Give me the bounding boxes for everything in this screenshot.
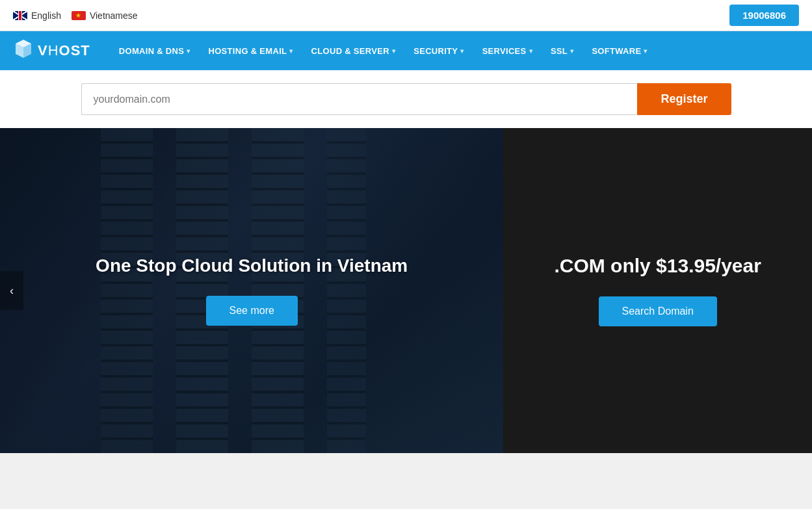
vn-flag-icon <box>72 11 86 20</box>
search-section: Register <box>0 70 812 128</box>
logo-text: vHOST <box>38 42 90 59</box>
hero-section: ‹ One Stop Cloud Solution in Vietnam See… <box>0 128 812 453</box>
nav-item-software[interactable]: SOFTWARE ▾ <box>583 31 656 70</box>
register-button[interactable]: Register <box>637 83 731 115</box>
logo[interactable]: vHOST <box>13 38 90 64</box>
chevron-down-icon: ▾ <box>460 47 464 55</box>
chevron-down-icon: ▾ <box>187 47 190 55</box>
vietnamese-lang-option[interactable]: Vietnamese <box>72 10 138 21</box>
chevron-down-icon: ▾ <box>392 47 395 55</box>
chevron-down-icon: ▾ <box>289 47 293 55</box>
hero-left-panel: ‹ One Stop Cloud Solution in Vietnam See… <box>0 128 503 453</box>
nav-item-security[interactable]: SECURITY ▾ <box>404 31 473 70</box>
nav-item-cloud-server[interactable]: CLOUD & SERVER ▾ <box>302 31 405 70</box>
hero-right-panel: .COM only $13.95/year Search Domain <box>503 128 812 453</box>
main-navbar: vHOST DOMAIN & DNS ▾ HOSTING & EMAIL ▾ C… <box>0 31 812 70</box>
scroll-left-arrow[interactable]: ‹ <box>0 271 23 310</box>
search-domain-button[interactable]: Search Domain <box>599 296 717 326</box>
hero-right-title: .COM only $13.95/year <box>554 255 761 277</box>
nav-item-hosting-email[interactable]: HOSTING & EMAIL ▾ <box>200 31 302 70</box>
english-lang-option[interactable]: English <box>13 10 61 21</box>
chevron-down-icon: ▾ <box>570 47 573 55</box>
nav-menu: DOMAIN & DNS ▾ HOSTING & EMAIL ▾ CLOUD &… <box>110 31 657 70</box>
vietnamese-label: Vietnamese <box>90 10 138 21</box>
hero-left-content: One Stop Cloud Solution in Vietnam See m… <box>96 255 408 326</box>
nav-item-domain-dns[interactable]: DOMAIN & DNS ▾ <box>110 31 200 70</box>
language-switcher: English Vietnamese <box>13 10 138 21</box>
domain-search-bar: Register <box>81 83 731 115</box>
logo-icon <box>13 38 34 64</box>
top-bar: English Vietnamese 19006806 <box>0 0 812 31</box>
nav-item-services[interactable]: SERVICES ▾ <box>473 31 542 70</box>
domain-search-input[interactable] <box>81 83 638 115</box>
uk-flag-icon <box>13 11 27 20</box>
phone-button[interactable]: 19006806 <box>729 5 799 26</box>
chevron-down-icon: ▾ <box>644 47 647 55</box>
english-label: English <box>31 10 61 21</box>
hero-left-title: One Stop Cloud Solution in Vietnam <box>96 255 408 276</box>
chevron-down-icon: ▾ <box>529 47 532 55</box>
nav-item-ssl[interactable]: SSL ▾ <box>542 31 583 70</box>
see-more-button[interactable]: See more <box>206 296 298 326</box>
